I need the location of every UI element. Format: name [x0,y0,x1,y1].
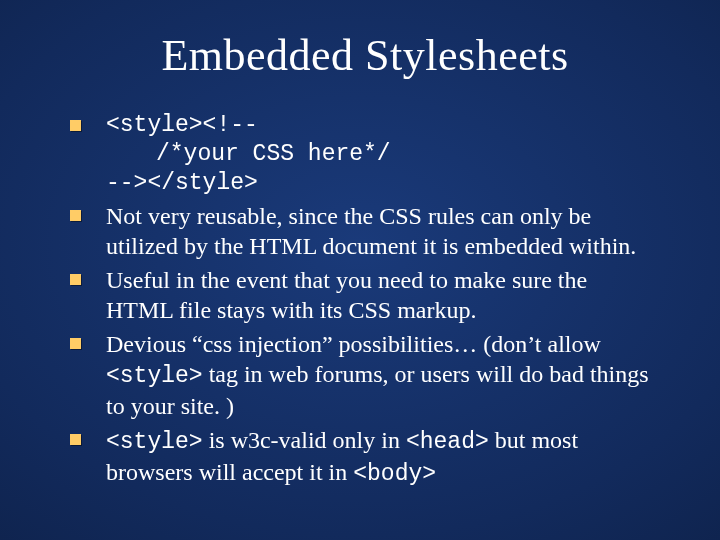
list-item: <style><!-- /*your CSS here*/ --></style… [70,111,660,197]
bullet-text-mid: is w3c-valid only in [203,427,406,453]
bullet-icon [70,338,81,349]
inline-code: <style> [106,429,203,455]
list-item: Not very reusable, since the CSS rules c… [70,201,660,261]
inline-code: <head> [406,429,489,455]
bullet-icon [70,120,81,131]
list-item: Devious “css injection” possibilities… (… [70,329,660,421]
inline-code: <body> [353,461,436,487]
code-line: --></style> [106,169,660,198]
code-line: /*your CSS here*/ [106,140,660,169]
code-line: <style><!-- [106,111,660,140]
list-item: Useful in the event that you need to mak… [70,265,660,325]
slide: Embedded Stylesheets <style><!-- /*your … [0,0,720,540]
bullet-icon [70,274,81,285]
bullet-icon [70,210,81,221]
bullet-icon [70,434,81,445]
list-item: <style> is w3c-valid only in <head> but … [70,425,660,489]
bullet-list: <style><!-- /*your CSS here*/ --></style… [70,111,660,489]
slide-title: Embedded Stylesheets [70,30,660,81]
bullet-text-pre: Devious “css injection” possibilities… (… [106,331,601,357]
bullet-text: Not very reusable, since the CSS rules c… [106,203,636,259]
bullet-text: Useful in the event that you need to mak… [106,267,587,323]
inline-code: <style> [106,363,203,389]
